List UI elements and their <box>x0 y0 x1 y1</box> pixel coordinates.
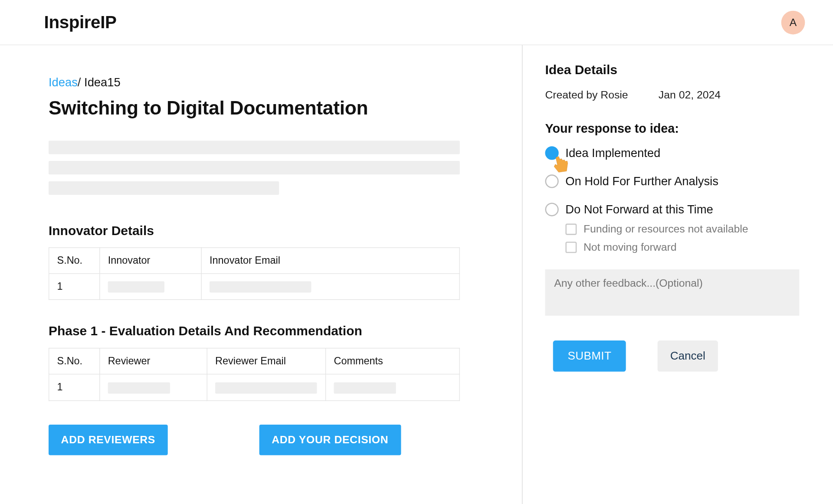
breadcrumb-root-link[interactable]: Ideas <box>49 75 78 88</box>
table-header-row: S.No. Reviewer Reviewer Email Comments <box>49 348 460 374</box>
checkbox-label: Not moving forward <box>584 241 676 254</box>
radio-label: On Hold For Further Analysis <box>565 174 718 188</box>
idea-description-placeholder <box>49 141 460 195</box>
placeholder-icon <box>334 382 396 393</box>
col-sno: S.No. <box>49 248 100 274</box>
cell-sno: 1 <box>49 374 100 400</box>
checkbox-input[interactable] <box>565 224 577 235</box>
details-panel: Idea Details Created by Rosie Jan 02, 20… <box>522 45 833 504</box>
placeholder-icon <box>108 281 164 293</box>
col-reviewer-email: Reviewer Email <box>207 348 325 374</box>
created-by: Created by Rosie <box>545 88 628 101</box>
phase1-section-title: Phase 1 - Evaluation Details And Recomme… <box>49 324 460 339</box>
idea-meta: Created by Rosie Jan 02, 2024 <box>545 88 799 101</box>
left-pane: IdeasIdea15 Switching to Digital Documen… <box>0 45 522 504</box>
phase1-table: S.No. Reviewer Reviewer Email Comments 1 <box>49 348 460 400</box>
cancel-button[interactable]: Cancel <box>658 340 718 372</box>
action-button-row: ADD REVIEWERS ADD YOUR DECISION <box>49 424 460 455</box>
radio-input[interactable] <box>545 174 558 188</box>
avatar[interactable]: A <box>781 10 805 34</box>
placeholder-line <box>49 141 460 154</box>
breadcrumb-sep <box>78 75 84 88</box>
placeholder-icon <box>210 281 311 293</box>
placeholder-line <box>49 181 279 195</box>
add-decision-button[interactable]: ADD YOUR DECISION <box>259 424 401 455</box>
placeholder-line <box>49 161 460 174</box>
idea-title: Switching to Digital Documentation <box>49 97 460 119</box>
cell-sno: 1 <box>49 274 100 300</box>
pointer-hand-icon <box>551 154 571 174</box>
col-sno: S.No. <box>49 348 100 374</box>
cell-reviewer <box>100 374 207 400</box>
checkbox-label: Funding or resources not available <box>584 223 748 236</box>
placeholder-icon <box>108 382 170 393</box>
cell-comments <box>326 374 460 400</box>
col-reviewer: Reviewer <box>100 348 207 374</box>
innovator-section-title: Innovator Details <box>49 223 460 238</box>
avatar-initial: A <box>790 16 797 29</box>
feedback-textarea[interactable] <box>545 269 799 316</box>
radio-option-on-hold[interactable]: On Hold For Further Analysis <box>545 174 799 188</box>
submit-row: SUBMIT Cancel <box>545 340 799 372</box>
table-row: 1 <box>49 274 460 300</box>
brand-logo: InspireIP <box>44 12 117 33</box>
radio-label: Idea Implemented <box>565 146 660 160</box>
radio-option-do-not-forward[interactable]: Do Not Forward at this Time <box>545 203 799 216</box>
app-header: InspireIP A <box>0 0 833 45</box>
content-area: IdeasIdea15 Switching to Digital Documen… <box>0 45 833 504</box>
checkbox-input[interactable] <box>565 242 577 253</box>
innovator-table: S.No. Innovator Innovator Email 1 <box>49 247 460 300</box>
col-comments: Comments <box>326 348 460 374</box>
placeholder-icon <box>215 382 317 393</box>
cell-reviewer-email <box>207 374 325 400</box>
created-date: Jan 02, 2024 <box>659 88 721 101</box>
col-innovator-email: Innovator Email <box>201 248 459 274</box>
sub-options: Funding or resources not available Not m… <box>565 223 799 253</box>
cell-innovator-email <box>201 274 459 300</box>
add-reviewers-button[interactable]: ADD REVIEWERS <box>49 424 168 455</box>
details-panel-title: Idea Details <box>545 62 799 77</box>
radio-label: Do Not Forward at this Time <box>565 203 713 216</box>
radio-option-implemented[interactable]: Idea Implemented <box>545 146 799 160</box>
cell-innovator <box>100 274 201 300</box>
breadcrumb-current: Idea15 <box>84 75 121 88</box>
radio-input[interactable] <box>545 203 558 216</box>
check-option-not-moving[interactable]: Not moving forward <box>565 241 799 254</box>
response-title: Your response to idea: <box>545 121 799 136</box>
submit-button[interactable]: SUBMIT <box>553 340 626 372</box>
table-row: 1 <box>49 374 460 400</box>
check-option-funding[interactable]: Funding or resources not available <box>565 223 799 236</box>
breadcrumb: IdeasIdea15 <box>49 75 460 89</box>
table-header-row: S.No. Innovator Innovator Email <box>49 248 460 274</box>
col-innovator: Innovator <box>100 248 201 274</box>
